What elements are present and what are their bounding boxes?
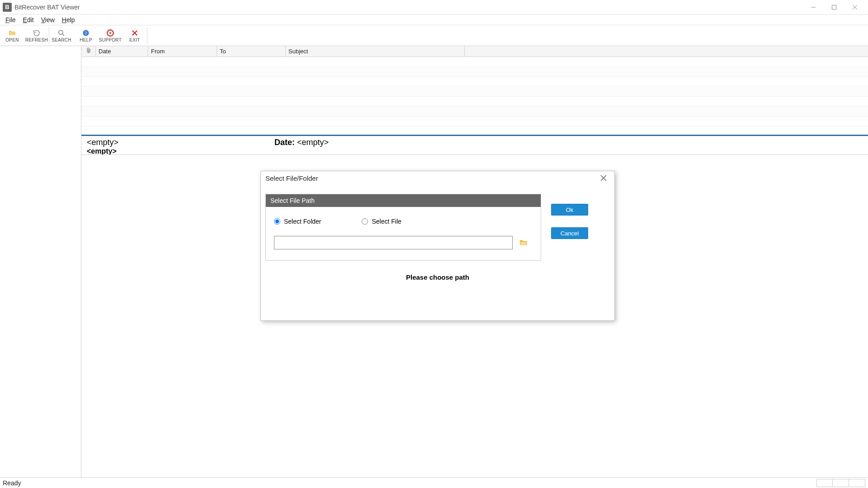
support-icon [106,28,114,38]
preview-header: <empty> Date: <empty> <empty> [81,136,868,155]
browse-button[interactable] [519,239,528,246]
column-from[interactable]: From [148,46,217,56]
path-input[interactable] [274,236,513,249]
svg-rect-1 [832,5,836,9]
dialog-close-button[interactable] [597,173,610,183]
window-titlebar: B BitRecover BAT Viewer [0,0,868,14]
menu-edit[interactable]: Edit [19,15,38,24]
support-button[interactable]: SUPPORT [98,25,123,46]
status-cells [816,479,865,487]
list-row [81,67,868,77]
menu-file[interactable]: File [2,15,19,24]
menubar: File Edit View Help [0,14,868,25]
help-icon: ? [82,28,90,38]
dialog-group-title: Select File Path [266,194,541,207]
preview-date-label: Date: [274,138,295,147]
window-controls [803,0,865,14]
search-button[interactable]: SEARCH [49,25,74,46]
status-cell [849,479,865,487]
support-label: SUPPORT [99,38,122,42]
folder-tree-pane[interactable] [0,46,81,477]
minimize-button[interactable] [803,0,824,14]
app-icon: B [3,3,12,12]
list-row [81,57,868,67]
dialog-title: Select File/Folder [265,174,318,182]
refresh-icon [33,28,41,38]
refresh-label: REFRESH [25,38,48,42]
status-cell [833,479,849,487]
search-label: SEARCH [52,38,71,42]
preview-body [81,155,868,162]
exit-button[interactable]: EXIT [123,25,147,46]
close-button[interactable] [844,0,865,14]
dialog-titlebar: Select File/Folder [261,171,614,185]
dialog-group: Select File Path Select Folder Select Fi… [265,194,541,261]
radio-select-file-label: Select File [372,218,401,225]
dialog-footer-text: Please choose path [261,265,614,281]
message-list-header: Date From To Subject [81,46,868,57]
ok-button[interactable]: Ok [551,204,588,216]
svg-point-4 [59,30,63,34]
statusbar: Ready [0,477,868,488]
exit-icon [131,28,139,38]
column-attachment[interactable] [81,46,96,56]
search-icon [57,28,66,38]
exit-label: EXIT [129,38,140,42]
refresh-button[interactable]: REFRESH [24,25,49,46]
svg-point-9 [109,32,112,34]
preview-line2: <empty> [87,147,117,155]
menu-view[interactable]: View [38,15,58,24]
radio-select-folder-label: Select Folder [284,218,321,225]
column-subject[interactable]: Subject [286,46,465,56]
radio-select-file-input[interactable] [362,218,368,225]
app-title: BitRecover BAT Viewer [14,4,80,11]
preview-date-value: <empty> [297,138,329,147]
message-list[interactable] [81,57,868,135]
svg-text:?: ? [85,31,87,36]
open-label: OPEN [5,38,19,42]
radio-select-file[interactable]: Select File [362,218,401,225]
radio-select-folder-input[interactable] [274,218,280,225]
radio-select-folder[interactable]: Select Folder [274,218,321,225]
list-row [81,117,868,127]
toolbar: OPEN REFRESH SEARCH ? HELP SUPPORT EXIT [0,25,868,46]
select-file-folder-dialog: Select File/Folder Select File Path Sele… [260,171,615,321]
list-row [81,77,868,87]
folder-icon [519,239,528,246]
preview-line1: <empty> [87,138,118,147]
paperclip-icon [86,47,91,55]
help-label: HELP [80,38,92,42]
list-row [81,87,868,97]
column-spacer [465,46,868,56]
cancel-button[interactable]: Cancel [551,227,588,239]
list-row [81,97,868,107]
column-to[interactable]: To [217,46,286,56]
status-cell [816,479,833,487]
column-date[interactable]: Date [96,46,148,56]
status-text: Ready [3,479,21,487]
menu-help[interactable]: Help [58,15,79,24]
folder-open-icon [8,28,16,38]
svg-line-5 [62,34,64,36]
maximize-button[interactable] [824,0,844,14]
help-button[interactable]: ? HELP [74,25,98,46]
list-row [81,107,868,117]
open-button[interactable]: OPEN [0,25,24,46]
